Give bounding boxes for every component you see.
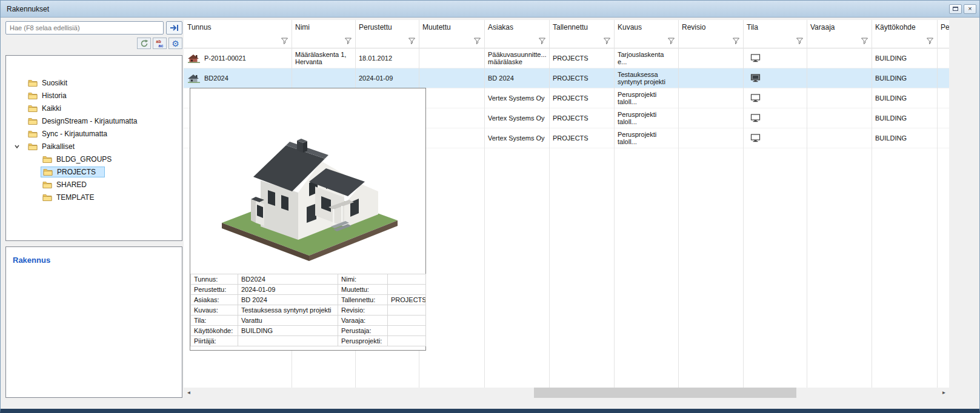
go-arrow-icon — [169, 24, 180, 32]
preview-value — [238, 336, 338, 346]
preview-label: Muutettu: — [338, 285, 388, 295]
building-preview-popup: Tunnus: BD2024 Nimi: Perustettu: 2024-01… — [190, 88, 426, 351]
column-header-muutettu[interactable]: Muutettu — [419, 20, 484, 48]
filter-funnel-icon[interactable] — [667, 37, 675, 45]
computer-icon — [750, 114, 761, 122]
computer-icon — [750, 74, 761, 82]
preview-label: Varaaja: — [338, 316, 388, 326]
column-header-tila[interactable]: Tila — [743, 20, 807, 48]
preview-label: Piirtäjä: — [191, 336, 238, 346]
tree-item-label: SHARED — [56, 180, 87, 189]
close-icon: × — [968, 5, 972, 12]
column-header-varaaja[interactable]: Varaaja — [807, 20, 872, 48]
filter-funnel-icon[interactable] — [796, 37, 804, 45]
preview-value: PROJECTS — [388, 295, 426, 305]
building-preview-image — [190, 88, 425, 274]
tree-item-label: BLDG_GROUPS — [56, 155, 112, 164]
tree-item-suosikit[interactable]: Suosikit — [6, 76, 182, 89]
scroll-left-button[interactable]: ◄ — [184, 388, 194, 398]
tree-item-template[interactable]: TEMPLATE — [6, 191, 182, 203]
preview-value: BD2024 — [238, 274, 338, 285]
tree-item-label: Sync - Kirjautumatta — [42, 130, 107, 138]
preview-label: Asiakas: — [191, 295, 238, 305]
folder-icon — [43, 168, 53, 176]
filter-funnel-icon[interactable] — [408, 37, 416, 45]
column-header-nimi[interactable]: Nimi — [292, 20, 355, 48]
preview-label: Tallennettu: — [338, 295, 388, 305]
filter-funnel-icon[interactable] — [281, 37, 288, 45]
chevron-down-icon[interactable] — [14, 144, 20, 150]
preview-value — [388, 326, 426, 336]
horizontal-scrollbar[interactable]: ◄ ► — [184, 388, 949, 398]
scroll-right-button[interactable]: ► — [939, 388, 949, 398]
tree-item-label: Suosikit — [42, 79, 67, 87]
close-button[interactable]: × — [964, 4, 976, 14]
table-row[interactable]: P-2011-00021 Määrälaskenta 1, Hervanta 1… — [184, 48, 949, 68]
search-go-button[interactable] — [166, 21, 182, 35]
column-header-pe[interactable]: Pe — [937, 20, 949, 48]
filter-funnel-icon[interactable] — [538, 37, 546, 45]
filter-funnel-icon[interactable] — [344, 37, 352, 45]
tree-item-label: Historia — [42, 91, 67, 100]
preview-label: Perusprojekti: — [338, 336, 388, 346]
preview-value: 2024-01-09 — [238, 285, 338, 295]
rakennus-panel-title: Rakennus — [13, 256, 182, 265]
restore-button[interactable] — [949, 4, 962, 14]
search-input[interactable] — [5, 21, 164, 35]
tree-item-bldg-groups[interactable]: BLDG_GROUPS — [6, 153, 182, 165]
selected-tree-item: PROJECTS — [41, 167, 105, 177]
preview-label: Perustettu: — [191, 285, 238, 295]
tree-item-label: Kaikki — [42, 104, 61, 113]
preview-value: Varattu — [238, 316, 338, 326]
tree-item-label: TEMPLATE — [56, 193, 94, 202]
gear-icon: ⚙ — [172, 39, 179, 48]
tree-item-historia[interactable]: Historia — [6, 89, 182, 102]
tree-item-shared[interactable]: SHARED — [6, 178, 182, 191]
filter-funnel-icon[interactable] — [732, 37, 740, 45]
house-icon — [187, 73, 201, 83]
preview-value — [388, 274, 426, 285]
tree-item-sync[interactable]: Sync - Kirjautumatta — [6, 127, 182, 140]
find-replace-icon: abac — [156, 39, 164, 48]
tree-item-label: PROJECTS — [57, 168, 96, 176]
preview-label: Revisio: — [338, 305, 388, 316]
scrollbar-thumb[interactable] — [534, 388, 796, 398]
refresh-button[interactable] — [137, 38, 151, 49]
tree-item-projects[interactable]: PROJECTS — [6, 165, 182, 178]
filter-funnel-icon[interactable] — [473, 37, 481, 45]
house-3d-render — [190, 88, 425, 273]
preview-label: Kuvaus: — [191, 305, 238, 316]
column-header-tallennettu[interactable]: Tallennettu — [549, 20, 614, 48]
tree-item-label: Paikalliset — [42, 142, 75, 151]
folder-icon — [28, 104, 38, 112]
tree-item-designstream[interactable]: DesignStream - Kirjautumatta — [6, 114, 182, 127]
rakennukset-window: Rakennukset × abac ⚙ — [0, 0, 980, 413]
folder-icon — [28, 130, 38, 137]
tree-item-label: DesignStream - Kirjautumatta — [42, 117, 137, 125]
filter-funnel-icon[interactable] — [603, 37, 611, 45]
scrollbar-track[interactable] — [194, 388, 939, 398]
folder-tree: Suosikit Historia Kaikki DesignStream - … — [5, 55, 182, 241]
preview-label: Käyttökohde: — [191, 326, 238, 336]
tree-item-kaikki[interactable]: Kaikki — [6, 102, 182, 114]
column-header-revisio[interactable]: Revisio — [678, 20, 743, 48]
preview-detail-table: Tunnus: BD2024 Nimi: Perustettu: 2024-01… — [190, 274, 426, 346]
column-header-perustettu[interactable]: Perustettu — [355, 20, 419, 48]
filter-funnel-icon[interactable] — [861, 37, 868, 45]
column-header-asiakas[interactable]: Asiakas — [484, 20, 549, 48]
column-header-tunnus[interactable]: Tunnus — [184, 20, 292, 48]
filter-funnel-icon[interactable] — [926, 37, 934, 45]
table-row-selected[interactable]: BD2024 2024-01-09 BD 2024 PROJECTS Testa… — [184, 68, 949, 88]
scroll-left-icon: ◄ — [187, 390, 192, 395]
tree-item-paikalliset[interactable]: Paikalliset — [6, 140, 182, 153]
folder-icon — [42, 180, 52, 188]
column-header-kuvaus[interactable]: Kuvaus — [614, 20, 678, 48]
preview-label: Perustaja: — [338, 326, 388, 336]
window-body: abac ⚙ Suosikit Historia Kaikki — [1, 18, 979, 409]
rakennus-panel: Rakennus — [5, 246, 182, 398]
computer-icon — [750, 134, 761, 142]
column-header-kayttokohde[interactable]: Käyttökohde — [872, 20, 937, 48]
find-replace-button[interactable]: abac — [153, 38, 167, 49]
settings-button[interactable]: ⚙ — [168, 38, 182, 49]
left-panel: abac ⚙ Suosikit Historia Kaikki — [5, 21, 182, 398]
